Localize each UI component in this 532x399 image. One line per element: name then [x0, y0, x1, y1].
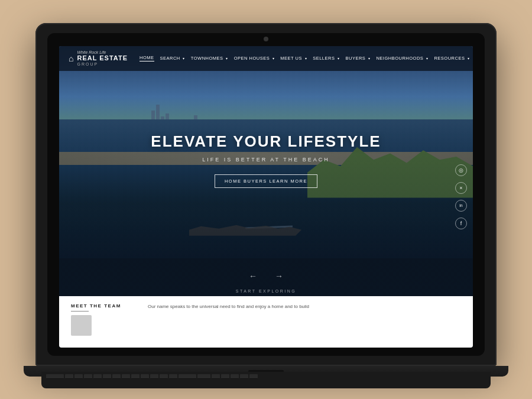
nav-item-sellers[interactable]: SELLERS ▾ [313, 56, 339, 61]
keyboard-keys [41, 372, 491, 381]
key [141, 374, 149, 379]
next-slide-button[interactable]: → [275, 271, 283, 281]
slide-navigation: ← → [249, 271, 283, 281]
key [221, 374, 229, 379]
screen-bezel: ⌂ White Rock Life REAL ESTATE GROUP HOME… [47, 33, 485, 356]
logo-area: ⌂ White Rock Life REAL ESTATE GROUP [69, 50, 140, 66]
bottom-section: MEET THE TEAM Our name speaks to the uni… [59, 296, 473, 348]
website: ⌂ White Rock Life REAL ESTATE GROUP HOME… [59, 46, 473, 348]
key [150, 374, 158, 379]
linkedin-icon[interactable]: in [455, 200, 467, 212]
chevron-down-icon: ▾ [368, 57, 371, 60]
key [122, 374, 130, 379]
chevron-down-icon: ▾ [338, 57, 340, 60]
hero-main-title: ELEVATE YOUR LIFESTYLE [59, 132, 473, 151]
key [160, 374, 168, 379]
chevron-down-icon: ▾ [273, 57, 275, 60]
nav-item-townhomes[interactable]: TOWNHOMES ▾ [191, 56, 228, 61]
social-sidebar: ◎ × in f [455, 164, 467, 229]
facebook-icon[interactable]: f [455, 218, 467, 229]
logo-text: White Rock Life REAL ESTATE GROUP [77, 50, 128, 66]
key [74, 374, 83, 379]
house-icon: ⌂ [69, 54, 73, 63]
nav-item-buyers[interactable]: BUYERS ▾ [345, 56, 370, 61]
team-photo [71, 315, 92, 336]
key [197, 374, 210, 379]
instagram-icon[interactable]: ◎ [455, 164, 467, 176]
logo-sub: GROUP [77, 62, 128, 66]
nav-item-neighbourhoods[interactable]: NEIGHBOURHOODS ▾ [376, 56, 428, 61]
key [112, 374, 121, 379]
prev-slide-button[interactable]: ← [249, 271, 257, 281]
screen-content: ⌂ White Rock Life REAL ESTATE GROUP HOME… [59, 46, 473, 348]
key [169, 374, 177, 379]
key [131, 374, 140, 379]
chevron-down-icon: ▾ [426, 57, 429, 60]
nav-item-home[interactable]: HOME [140, 55, 154, 61]
nav-item-open-houses[interactable]: OPEN HOUSES ▾ [234, 56, 275, 61]
logo-main: REAL ESTATE [77, 54, 128, 61]
key [231, 374, 239, 379]
key [212, 374, 220, 379]
key [93, 374, 102, 379]
meet-team-column: MEET THE TEAM [71, 303, 130, 336]
chevron-down-icon: ▾ [468, 57, 470, 60]
nav-item-meet-us[interactable]: MEET US ▾ [280, 56, 307, 61]
key [65, 374, 73, 379]
hero-subtitle: LIFE IS BETTER AT THE BEACH [59, 157, 473, 163]
nav-item-search[interactable]: SEARCH ▾ [160, 56, 185, 61]
key [249, 374, 258, 379]
key [46, 374, 64, 379]
chevron-down-icon: ▾ [305, 57, 307, 60]
cta-button[interactable]: HOME BUYERS LEARN MORE [215, 174, 317, 188]
keyboard-area [41, 372, 491, 388]
nav-item-resources[interactable]: RESOURCES ▾ [434, 56, 469, 61]
close-icon[interactable]: × [455, 182, 467, 194]
logo-tagline: White Rock Life [77, 50, 128, 54]
about-text: Our name speaks to the universal need to… [148, 303, 461, 311]
camera [264, 37, 268, 41]
divider-line [71, 311, 89, 312]
key [103, 374, 111, 379]
laptop-shell: ⌂ White Rock Life REAL ESTATE GROUP HOME… [35, 23, 497, 366]
chevron-down-icon: ▾ [226, 57, 228, 60]
key [179, 374, 196, 379]
meet-team-label: MEET THE TEAM [71, 303, 130, 309]
hero-content: ELEVATE YOUR LIFESTYLE LIFE IS BETTER AT… [59, 132, 473, 188]
chevron-down-icon: ▾ [183, 57, 185, 60]
start-exploring-label: START EXPLORING [59, 289, 473, 293]
key [84, 374, 92, 379]
nav-links: HOME SEARCH ▾ TOWNHOMES ▾ OPEN HOUSES ▾ … [140, 55, 473, 61]
key [240, 374, 248, 379]
navigation-bar: ⌂ White Rock Life REAL ESTATE GROUP HOME… [59, 46, 473, 71]
